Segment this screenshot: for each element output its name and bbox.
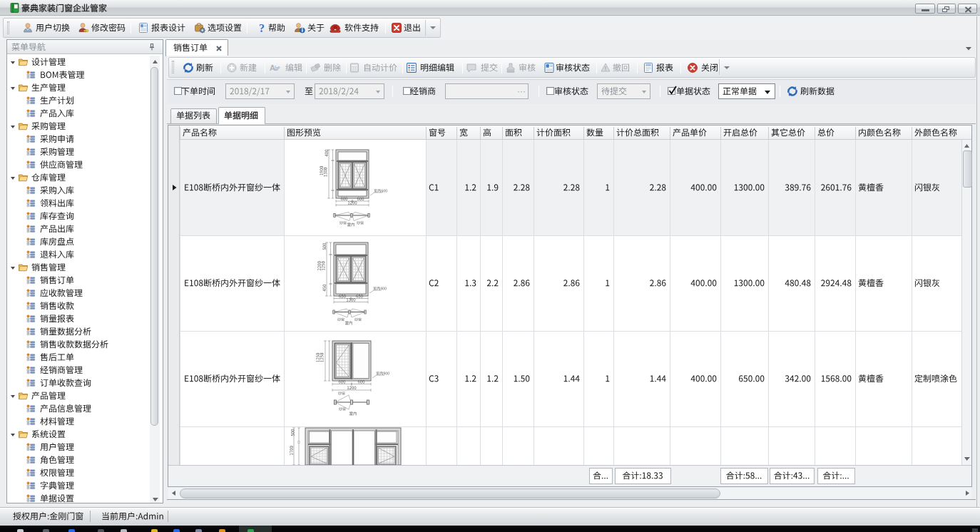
svg-text:?: ?: [259, 22, 265, 34]
